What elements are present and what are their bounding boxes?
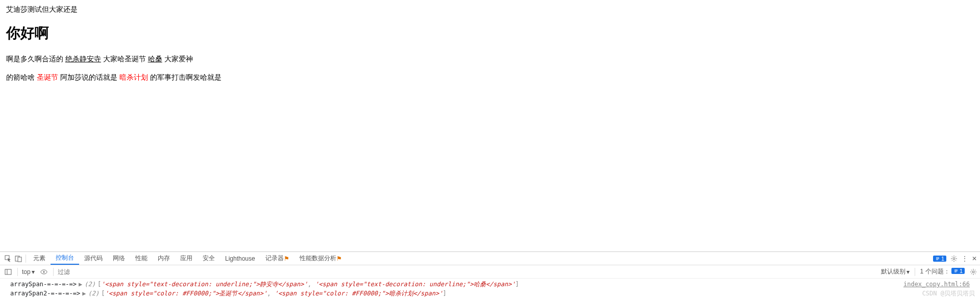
svg-rect-5	[5, 269, 11, 274]
chevron-down-icon: ▾	[32, 268, 35, 275]
issues-badge[interactable]: 1	[933, 256, 946, 262]
gear-icon[interactable]	[950, 255, 958, 262]
tab-perf-insights[interactable]: 性能数据分析 ⚑	[295, 252, 347, 265]
filter-input[interactable]	[58, 268, 160, 275]
expand-arrow-icon[interactable]: ▶	[82, 289, 86, 297]
sidebar-toggle-icon[interactable]	[3, 268, 13, 275]
red-text: 暗杀计划	[119, 73, 148, 81]
underline-text: 绝杀静安寺	[65, 55, 101, 63]
experimental-icon: ⚑	[336, 255, 342, 262]
tab-lighthouse[interactable]: Lighthouse	[220, 252, 260, 265]
text-segment: 啊是多久啊合适的	[6, 55, 65, 63]
console-row[interactable]: arraySpan-=-=-=-=> ▶ (2) ['<span style="…	[0, 280, 980, 289]
expand-arrow-icon[interactable]: ▶	[79, 280, 82, 288]
experimental-icon: ⚑	[284, 255, 289, 262]
text-segment: 的箭哈啥	[6, 73, 37, 81]
tab-elements[interactable]: 元素	[28, 252, 51, 265]
context-dropdown[interactable]: top ▾	[22, 268, 35, 275]
level-dropdown[interactable]: 默认级别 ▾	[881, 267, 910, 276]
svg-rect-2	[18, 257, 21, 262]
tab-console[interactable]: 控制台	[51, 252, 79, 265]
array-preview: ['<span style="color: #FF0000;">圣诞节</spa…	[101, 289, 446, 297]
array-preview: ['<span style="text-decoration: underlin…	[97, 280, 519, 288]
tab-application[interactable]: 应用	[175, 252, 198, 265]
tab-sources[interactable]: 源代码	[79, 252, 108, 265]
gear-icon[interactable]	[970, 268, 977, 275]
page-heading: 你好啊	[6, 24, 974, 43]
text-segment: 大家哈圣诞节	[101, 55, 148, 63]
eye-icon[interactable]	[39, 268, 49, 275]
close-icon[interactable]: ✕	[972, 255, 977, 262]
svg-point-10	[972, 271, 974, 273]
paragraph-1: 啊是多久啊合适的 绝杀静安寺 大家哈圣诞节 哈桑 大家爱神	[6, 53, 974, 64]
underline-text: 哈桑	[148, 55, 162, 63]
log-label: arraySpan-=-=-=-=>	[10, 280, 77, 288]
console-toolbar: top ▾ 默认级别 ▾ 1 个问题： 1	[0, 265, 980, 279]
tab-memory[interactable]: 内存	[153, 252, 175, 265]
issues-badge-small: 1	[951, 268, 965, 274]
paragraph-2: 的箭哈啥 圣诞节 阿加莎说的话就是 暗杀计划 的军事打击啊发哈就是	[6, 72, 974, 83]
intro-text: 艾迪莎测试但大家还是	[6, 5, 974, 14]
issues-label[interactable]: 1 个问题： 1	[920, 267, 965, 276]
text-segment: 的军事打击啊发哈就是	[148, 73, 222, 81]
chevron-down-icon: ▾	[906, 268, 910, 275]
tab-security[interactable]: 安全	[198, 252, 220, 265]
array-length: (2)	[88, 289, 100, 297]
red-text: 圣诞节	[37, 73, 58, 81]
source-link[interactable]: index_copy.html:66	[903, 280, 970, 288]
page-content: 艾迪莎测试但大家还是 你好啊 啊是多久啊合适的 绝杀静安寺 大家哈圣诞节 哈桑 …	[0, 0, 980, 251]
devtools-panel: 元素 控制台 源代码 网络 性能 内存 应用 安全 Lighthouse 记录器…	[0, 251, 980, 299]
devtools-tabs: 元素 控制台 源代码 网络 性能 内存 应用 安全 Lighthouse 记录器…	[0, 252, 980, 265]
log-label: arraySpan2-=-=-=-=>	[10, 289, 80, 297]
array-length: (2)	[84, 280, 95, 288]
svg-point-8	[43, 271, 44, 272]
inspect-icon[interactable]	[3, 255, 13, 262]
tab-performance[interactable]: 性能	[130, 252, 153, 265]
console-body: arraySpan-=-=-=-=> ▶ (2) ['<span style="…	[0, 279, 980, 299]
device-icon[interactable]	[13, 255, 23, 262]
tab-recorder[interactable]: 记录器 ⚑	[260, 252, 295, 265]
text-segment: 阿加莎说的话就是	[58, 73, 119, 81]
console-row[interactable]: arraySpan2-=-=-=-=> ▶ (2) ['<span style=…	[0, 289, 980, 298]
text-segment: 大家爱神	[162, 55, 193, 63]
svg-point-4	[953, 258, 955, 260]
more-icon[interactable]: ⋮	[962, 255, 968, 262]
tab-network[interactable]: 网络	[108, 252, 130, 265]
